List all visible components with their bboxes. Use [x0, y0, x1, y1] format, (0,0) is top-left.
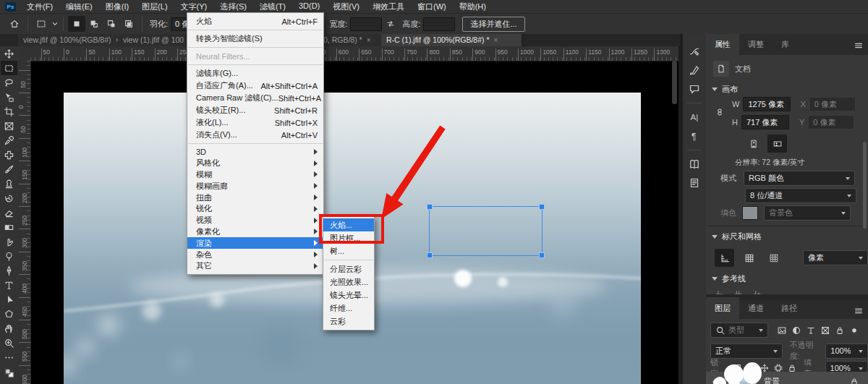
eraser-tool[interactable] — [1, 205, 17, 220]
filter-menu-item[interactable]: 渲染 — [187, 237, 323, 249]
selection-handle[interactable] — [427, 252, 433, 258]
close-tab-icon[interactable]: × — [367, 36, 371, 44]
selection-handle[interactable] — [539, 252, 545, 258]
pen-tool[interactable] — [1, 263, 17, 278]
render-submenu-item[interactable]: 树... — [323, 244, 374, 257]
filter-toggle-icon[interactable] — [849, 325, 859, 336]
vertical-ruler[interactable]: 50050100150200250300350400450500550600 — [18, 61, 31, 384]
render-submenu-item[interactable]: 纤维... — [323, 302, 374, 315]
add-selection-button[interactable] — [85, 16, 103, 32]
panel-menu-icon[interactable] — [854, 306, 864, 316]
filter-menu-item[interactable]: 液化(L)...Shift+Ctrl+X — [187, 116, 323, 129]
menu-item[interactable]: 滤镜(T) — [253, 0, 292, 14]
move-tool[interactable] — [1, 46, 17, 61]
canvas-width-field[interactable]: 1275 像素 — [743, 97, 791, 111]
properties-scrollbar[interactable] — [863, 142, 867, 229]
canvas-section-header[interactable]: 画布 — [712, 84, 738, 95]
type-tool[interactable] — [1, 278, 17, 292]
layer-name[interactable]: 背景 — [764, 376, 780, 384]
brushes-icon[interactable] — [686, 62, 703, 78]
filter-menu-item[interactable]: 像素化 — [187, 226, 323, 238]
selection-rectangle[interactable] — [429, 206, 542, 256]
close-tab-icon[interactable]: × — [494, 36, 498, 44]
intersect-selection-button[interactable] — [120, 16, 137, 32]
document-tab[interactable]: view.jfif @ 100%(RGB/8#)× — [18, 33, 129, 46]
hand-tool[interactable] — [1, 321, 17, 336]
link-dimensions-icon[interactable] — [715, 107, 725, 117]
width-input[interactable] — [350, 17, 382, 31]
smudge-tool[interactable] — [1, 234, 17, 249]
filter-menu-item[interactable]: 杂色 — [187, 249, 323, 260]
render-submenu-item[interactable]: 云彩 — [323, 315, 374, 328]
filter-locked-layers-icon[interactable] — [835, 325, 845, 336]
rulers-grid-section-header[interactable]: 标尺和网格 — [712, 231, 762, 242]
tab-channels[interactable]: 通道 — [739, 297, 773, 319]
filter-menu-item[interactable]: 其它 — [187, 260, 323, 272]
zoom-tool[interactable] — [1, 336, 17, 350]
filter-menu-item[interactable]: 扭曲 — [187, 192, 323, 203]
home-icon[interactable] — [6, 16, 23, 32]
subtract-selection-button[interactable] — [103, 16, 120, 32]
object-selection-tool[interactable] — [1, 90, 17, 104]
shape-tool[interactable] — [1, 307, 17, 321]
toggle-pixel-grid-button[interactable] — [764, 249, 783, 267]
filter-menu-item[interactable]: Camera Raw 滤镜(C)...Shift+Ctrl+A — [187, 92, 323, 104]
render-submenu-item[interactable]: 光照效果... — [323, 276, 374, 289]
lasso-tool[interactable] — [1, 75, 17, 90]
menu-item[interactable]: 图像(I) — [99, 0, 135, 14]
tab-paths[interactable]: 路径 — [773, 297, 806, 319]
notes-icon[interactable] — [686, 175, 703, 191]
history-brush-tool[interactable] — [1, 191, 17, 205]
canvas-y-field[interactable]: 0 像素 — [808, 115, 854, 129]
tab-properties[interactable]: 属性 — [706, 33, 739, 55]
filter-menu-item[interactable]: 消失点(V)...Alt+Ctrl+V — [187, 129, 323, 141]
filter-menu-item[interactable]: 模糊 — [187, 169, 323, 181]
frame-tool[interactable] — [1, 119, 17, 133]
menu-item[interactable]: 窗口(W) — [411, 0, 453, 14]
marquee-tool[interactable] — [1, 61, 17, 75]
swap-dimensions-icon[interactable] — [382, 16, 399, 32]
menu-item[interactable]: 3D(D) — [292, 0, 326, 14]
filter-type-layers-icon[interactable] — [806, 325, 816, 336]
landscape-orientation-button[interactable] — [767, 135, 787, 153]
guides-section-header[interactable]: 参考线 — [712, 273, 746, 284]
filter-menu-item[interactable]: 火焰Alt+Ctrl+F — [187, 15, 323, 27]
comment-icon[interactable] — [686, 81, 703, 97]
filter-menu-item[interactable]: 滤镜库(G)... — [187, 67, 323, 80]
more-tools[interactable] — [1, 350, 17, 364]
eyedropper-tool[interactable] — [1, 133, 17, 148]
height-input[interactable] — [423, 17, 455, 31]
menu-item[interactable]: 选择(S) — [213, 0, 253, 14]
chevron-down-icon[interactable] — [50, 19, 59, 29]
menu-item[interactable]: 编辑(E) — [59, 0, 99, 14]
portrait-orientation-button[interactable] — [744, 135, 763, 153]
render-submenu-item[interactable]: 分层云彩 — [323, 263, 374, 276]
filter-menu-item[interactable]: 自适应广角(A)...Alt+Shift+Ctrl+A — [187, 80, 323, 92]
brush-settings-icon[interactable] — [686, 43, 703, 59]
menu-item[interactable]: 图层(L) — [135, 0, 174, 14]
menu-item[interactable]: 帮助(H) — [453, 0, 493, 14]
brush-tool[interactable] — [1, 162, 17, 176]
filter-shape-layers-icon[interactable] — [820, 325, 830, 336]
menu-item[interactable]: 视图(V) — [326, 0, 366, 14]
color-mode-select[interactable]: RGB 颜色 — [744, 171, 855, 186]
new-selection-button[interactable] — [68, 16, 85, 32]
toggle-grid-button[interactable] — [739, 249, 759, 267]
tab-adjustments[interactable]: 调整 — [739, 33, 773, 55]
blend-mode-select[interactable]: 正常 — [710, 344, 783, 359]
healing-brush-tool[interactable] — [1, 148, 17, 162]
document-tab[interactable]: R-C (1).jfif @ 100%(RGB/8#) *× — [381, 33, 522, 46]
character-icon[interactable]: A| — [686, 109, 703, 125]
filter-menu-item[interactable]: 转换为智能滤镜(S) — [187, 33, 323, 45]
tab-libraries[interactable]: 库 — [773, 33, 798, 55]
tab-layers[interactable]: 图层 — [706, 297, 739, 319]
canvas-height-field[interactable]: 717 像素 — [741, 115, 789, 129]
glyphs-icon[interactable] — [686, 156, 703, 172]
filter-menu-item[interactable]: 3D — [187, 146, 323, 158]
gradient-tool[interactable] — [1, 220, 17, 234]
menu-item[interactable]: 增效工具 — [366, 0, 411, 14]
layer-filter-select[interactable]: 类型 — [710, 323, 768, 338]
filter-pixel-layers-icon[interactable] — [777, 325, 787, 336]
bit-depth-select[interactable]: 8 位/通道 — [745, 188, 856, 203]
color-swatches[interactable] — [1, 366, 17, 380]
